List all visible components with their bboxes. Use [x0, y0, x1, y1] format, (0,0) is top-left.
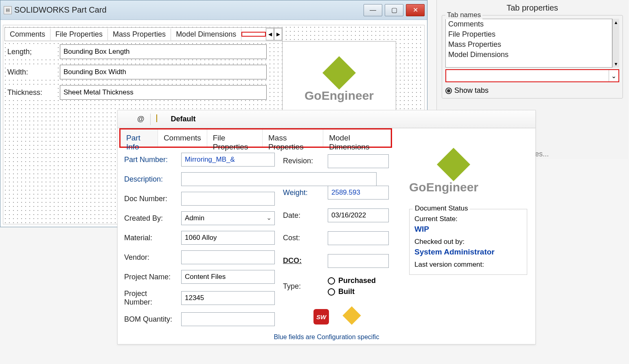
tab-model-dimensions[interactable]: Model Dimensions [171, 29, 241, 40]
radio-icon [328, 288, 335, 296]
project-number-label: Project Number: [124, 289, 177, 307]
tab-blank-new[interactable] [241, 32, 266, 37]
thickness-input[interactable] [60, 85, 267, 100]
chevron-down-icon[interactable]: ⌄ [609, 70, 618, 81]
project-number-input[interactable] [181, 291, 275, 305]
logo-text: GoEngineer [305, 89, 374, 103]
part-icon [342, 306, 361, 325]
config-default-label[interactable]: Default [171, 115, 196, 123]
current-state-label: Current State: [414, 215, 522, 223]
list-item[interactable]: Model Dimensions [446, 50, 612, 60]
show-tabs-radio[interactable] [445, 88, 452, 94]
maximize-button[interactable]: ▢ [385, 4, 403, 16]
tab-mass-properties[interactable]: Mass Properties [263, 129, 323, 147]
at-icon[interactable]: @ [137, 115, 145, 123]
tab-model-dimensions[interactable]: Model Dimensions [323, 129, 391, 147]
scroll-down-icon[interactable]: ▼ [613, 60, 619, 68]
tab-names-legend: Tab names [445, 11, 482, 19]
width-input[interactable] [60, 65, 267, 79]
description-label: Description: [124, 175, 177, 184]
doc-number-input[interactable] [181, 192, 275, 206]
logo-text: GoEngineer [409, 180, 478, 194]
close-button[interactable]: ✕ [406, 4, 425, 16]
type-label: Type: [283, 282, 324, 291]
tab-file-properties[interactable]: File Properties [207, 129, 263, 147]
revision-label: Revision: [283, 157, 324, 165]
card-tabs: Part Info Comments File Properties Mass … [119, 128, 392, 148]
part-number-label: Part Number: [124, 156, 177, 164]
scroll-up-icon[interactable]: ▲ [613, 19, 619, 26]
current-state-value: WIP [414, 225, 522, 234]
titlebar: ▤ SOLIDWORKS Part Card — ▢ ✕ [0, 0, 427, 20]
list-item[interactable]: Mass Properties [446, 39, 612, 50]
tab-names-group: Tab names Comments File Properties Mass … [442, 15, 623, 99]
project-name-input[interactable] [181, 270, 275, 284]
tab-mass-properties[interactable]: Mass Properties [108, 29, 171, 40]
doc-number-label: Doc Number: [124, 195, 177, 203]
date-label: Date: [283, 211, 324, 220]
vendor-label: Vendor: [124, 253, 177, 262]
model-dimensions-form: Length; Width: Thickness: [6, 44, 267, 100]
part-number-input[interactable] [181, 153, 275, 167]
tab-scroll-left[interactable]: ◀ [266, 28, 274, 40]
tab-scroll-right[interactable]: ▶ [274, 28, 282, 40]
form-right-col: Revision: Weight: Date: Cost: DCO: Type:… [283, 153, 389, 326]
length-label: Length; [6, 47, 55, 57]
material-input[interactable] [181, 231, 275, 245]
tab-comments[interactable]: Comments [158, 129, 207, 147]
radio-icon [328, 277, 335, 285]
weight-label: Weight: [283, 189, 324, 197]
checked-out-label: Checked out by: [414, 238, 522, 246]
part-data-card: @ Default Part Info Comments File Proper… [117, 110, 536, 344]
separator [150, 114, 151, 125]
logo-cube-icon [437, 148, 470, 181]
solidworks-icon: SW [313, 309, 329, 325]
list-item[interactable]: Comments [446, 19, 612, 29]
form-left-col: Part Number: Description: Doc Number: Cr… [124, 153, 275, 326]
type-built-radio[interactable]: Built [328, 287, 389, 296]
flag-icon[interactable] [156, 115, 165, 124]
footnote: Blue fields are Configuration specific [118, 333, 535, 344]
date-input[interactable] [328, 208, 389, 222]
list-item[interactable]: File Properties [446, 29, 612, 39]
bom-qty-label: BOM Quantity: [124, 315, 177, 324]
app-icon: ▤ [4, 6, 12, 14]
weight-input[interactable] [328, 186, 389, 200]
tab-file-properties[interactable]: File Properties [50, 29, 108, 40]
part-cube-icon[interactable] [123, 115, 131, 124]
created-by-label: Created By: [124, 214, 177, 223]
dco-input[interactable] [328, 254, 389, 268]
revision-input[interactable] [328, 154, 389, 168]
last-comment-label: Last version comment: [414, 261, 522, 269]
tab-name-edit-field[interactable]: ⌄ [445, 69, 619, 82]
tab-comments[interactable]: Comments [5, 29, 50, 40]
tab-strip: Comments File Properties Mass Properties… [4, 27, 283, 41]
logo-cube-icon [322, 56, 356, 90]
cost-label: Cost: [283, 234, 324, 242]
status-column: GoEngineer Document Status Current State… [409, 153, 527, 326]
project-name-label: Project Name: [124, 273, 177, 281]
cost-input[interactable] [328, 231, 389, 245]
dco-label: DCO: [283, 257, 324, 265]
config-tabbar: @ Default [118, 110, 535, 128]
created-by-select[interactable] [181, 211, 275, 225]
material-label: Material: [124, 234, 177, 242]
minimize-button[interactable]: — [364, 4, 382, 16]
width-label: Width: [6, 67, 55, 77]
checked-out-value: System Administrator [414, 248, 522, 257]
vendor-input[interactable] [181, 250, 275, 264]
thickness-label: Thickness: [6, 88, 55, 98]
tab-names-list[interactable]: Comments File Properties Mass Properties… [445, 19, 612, 68]
window-title: SOLIDWORKS Part Card [14, 5, 107, 15]
list-scrollbar[interactable]: ▲ ▼ [612, 19, 619, 68]
tab-part-info[interactable]: Part Info [121, 129, 158, 147]
doc-status-legend: Document Status [413, 204, 470, 213]
show-tabs-label: Show tabs [454, 86, 489, 95]
length-input[interactable] [60, 44, 267, 59]
type-purchased-radio[interactable]: Purchased [328, 276, 389, 285]
bom-qty-input[interactable] [181, 312, 275, 326]
document-status-group: Document Status Current State: WIP Check… [409, 209, 527, 275]
